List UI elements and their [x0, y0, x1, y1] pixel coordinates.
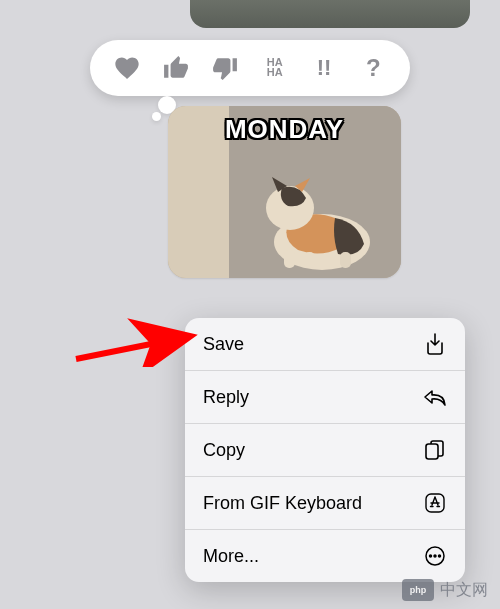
tapback-heart[interactable] [107, 48, 147, 88]
message-bubble[interactable]: MONDAY [168, 106, 401, 278]
tapback-question[interactable]: ? [353, 48, 393, 88]
svg-line-11 [76, 337, 186, 359]
menu-item-more[interactable]: More... [185, 530, 465, 582]
cat-illustration [240, 150, 380, 270]
reply-icon [423, 385, 447, 409]
watermark-logo: php [402, 579, 434, 601]
menu-item-reply[interactable]: Reply [185, 371, 465, 424]
watermark-text: 中文网 [440, 580, 488, 601]
menu-label: Reply [203, 387, 249, 408]
menu-label: Save [203, 334, 244, 355]
svg-point-8 [430, 555, 432, 557]
previous-message-bubble [190, 0, 470, 28]
heart-icon [113, 54, 141, 82]
svg-rect-5 [426, 444, 438, 459]
gif-image: MONDAY [168, 106, 401, 278]
svg-rect-4 [340, 252, 351, 268]
haha-icon: HA HA [267, 58, 283, 78]
question-icon: ? [366, 54, 381, 82]
thumbs-up-icon [163, 55, 189, 81]
download-icon [423, 332, 447, 356]
watermark: php 中文网 [402, 579, 488, 601]
tapback-exclaim[interactable]: !! [304, 48, 344, 88]
tapback-bar: HA HA !! ? [90, 40, 410, 96]
menu-label: More... [203, 546, 259, 567]
exclaim-icon: !! [317, 55, 332, 81]
svg-point-10 [439, 555, 441, 557]
menu-label: From GIF Keyboard [203, 493, 362, 514]
menu-label: Copy [203, 440, 245, 461]
tapback-haha[interactable]: HA HA [255, 48, 295, 88]
gif-caption: MONDAY [168, 114, 401, 145]
more-icon [423, 544, 447, 568]
svg-rect-3 [304, 252, 315, 268]
thumbs-down-icon [212, 55, 238, 81]
copy-icon [423, 438, 447, 462]
svg-rect-2 [284, 250, 295, 268]
appstore-icon [423, 491, 447, 515]
menu-item-from-gif-keyboard[interactable]: From GIF Keyboard [185, 477, 465, 530]
menu-item-save[interactable]: Save [185, 318, 465, 371]
tapback-thumbs-up[interactable] [156, 48, 196, 88]
svg-point-9 [434, 555, 436, 557]
tapback-thumbs-down[interactable] [205, 48, 245, 88]
tapback-tail-small [152, 112, 161, 121]
menu-item-copy[interactable]: Copy [185, 424, 465, 477]
context-menu: Save Reply Copy From GIF Keyboard [185, 318, 465, 582]
